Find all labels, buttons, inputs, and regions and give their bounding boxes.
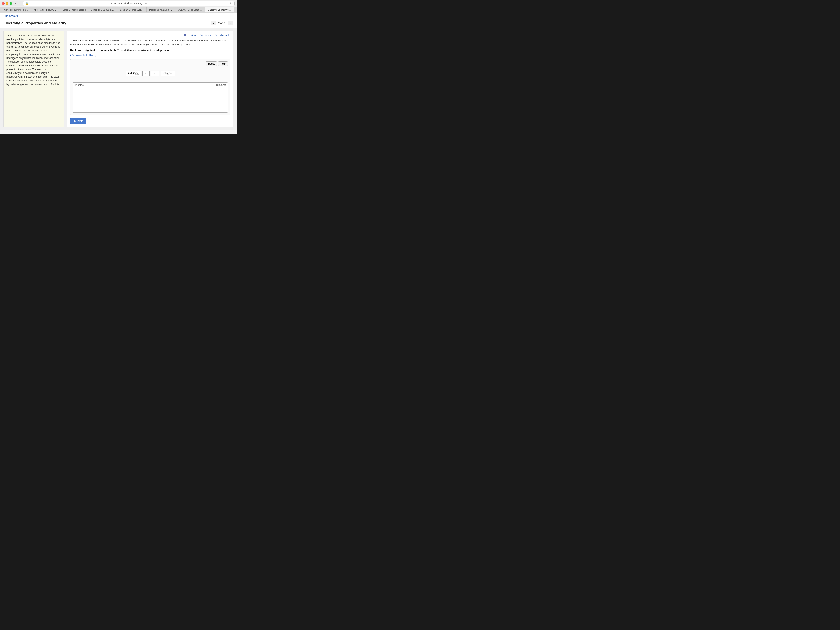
breadcrumb[interactable]: Homework 5: [3, 14, 20, 17]
context-panel: When a compound is dissolved in water, t…: [3, 31, 64, 127]
separator-2: |: [212, 34, 213, 37]
compounds-row: Al(NO3)3 KI HF CH3OH: [73, 68, 228, 79]
maximize-button[interactable]: [9, 2, 12, 5]
periodic-table-link[interactable]: Periodic Table: [215, 34, 230, 37]
back-button[interactable]: ‹: [14, 2, 17, 6]
hint-arrow-icon: [70, 54, 71, 56]
compound-chip-al[interactable]: Al(NO3)3: [126, 71, 141, 76]
page-title-area: Electrolytic Properties and Molarity < 7…: [0, 19, 237, 28]
new-tab-button[interactable]: +: [234, 7, 237, 13]
help-button[interactable]: Help: [218, 62, 228, 66]
ranking-content[interactable]: [73, 87, 228, 112]
tab-2[interactable]: Class Schedule Listing: [60, 7, 88, 12]
review-icon: [183, 35, 186, 36]
submit-row: Submit: [70, 118, 230, 124]
address-bar[interactable]: 🔒 session.masteringchemistry.com ↻: [23, 1, 235, 6]
context-text: When a compound is dissolved in water, t…: [6, 34, 61, 86]
submit-button[interactable]: Submit: [70, 118, 87, 124]
dimmest-label: Dimmest: [216, 84, 226, 87]
tab-3[interactable]: Schedule 111.009 & 111...: [88, 7, 117, 12]
minimize-button[interactable]: [6, 2, 8, 5]
tab-6[interactable]: ALEKS - Sofia Simmons...: [176, 7, 205, 12]
sort-container: Reset Help Al(NO3)3 KI HF CH3OH: [70, 59, 230, 115]
hint-label: View Available Hint(s): [72, 54, 96, 57]
main-body: When a compound is dissolved in water, t…: [0, 28, 237, 129]
sort-header: Reset Help: [73, 62, 228, 66]
url-text: session.masteringchemistry.com: [30, 2, 229, 5]
review-bar: Review | Constants | Periodic Table: [70, 34, 230, 37]
tab-1[interactable]: Inbox (13) - thesym1@g...: [31, 7, 60, 12]
close-button[interactable]: [2, 2, 5, 5]
tab-0[interactable]: Consider summer class...: [2, 7, 31, 12]
reset-button[interactable]: Reset: [206, 62, 217, 66]
question-instruction: Rank from brightest to dimmest bulb. To …: [70, 49, 230, 52]
page-header: Homework 5: [0, 13, 237, 19]
tab-bar: Consider summer class... Inbox (13) - th…: [0, 7, 237, 13]
hint-link[interactable]: View Available Hint(s): [70, 54, 230, 57]
prev-page-button[interactable]: <: [211, 21, 216, 25]
constants-link[interactable]: Constants: [200, 34, 211, 37]
compound-chip-ch3oh[interactable]: CH3OH: [161, 71, 175, 76]
ranking-box[interactable]: Brightest Dimmest: [73, 82, 228, 113]
ranking-labels: Brightest Dimmest: [73, 83, 228, 87]
tab-7[interactable]: MasteringChemistry: H...: [205, 7, 234, 12]
page-title: Electrolytic Properties and Molarity: [3, 21, 66, 25]
review-link[interactable]: Review: [188, 34, 196, 37]
compound-chip-hf[interactable]: HF: [151, 71, 159, 76]
compound-chip-ki[interactable]: KI: [142, 71, 150, 76]
pagination: < 7 of 24 >: [211, 21, 233, 25]
tab-4[interactable]: Ellucian Degree Works...: [117, 7, 147, 12]
question-text: The electrical conductivities of the fol…: [70, 39, 230, 47]
next-page-button[interactable]: >: [228, 21, 233, 25]
reload-icon[interactable]: ↻: [230, 2, 232, 5]
lock-icon: 🔒: [25, 2, 28, 5]
brightest-label: Brightest: [74, 84, 84, 87]
traffic-lights: [2, 2, 12, 5]
separator-1: |: [197, 34, 198, 37]
question-panel: Review | Constants | Periodic Table The …: [67, 31, 233, 127]
forward-button[interactable]: ›: [18, 2, 22, 6]
tab-5[interactable]: Pearson's MyLab & Mas...: [147, 7, 176, 12]
page-counter: 7 of 24: [218, 22, 226, 25]
